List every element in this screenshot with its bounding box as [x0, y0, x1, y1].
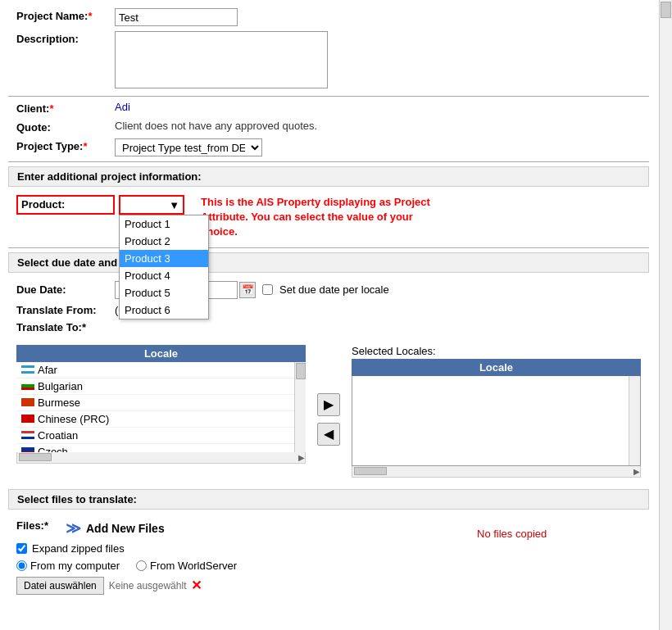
due-date-label: Due Date:	[16, 283, 115, 296]
files-left: Files:* ≫ Add New Files Expand zipped fi…	[16, 519, 469, 595]
product-section: Product: ▼ Product 1 Product 2 Product 3…	[8, 192, 649, 243]
project-type-select[interactable]: Project Type test_from DE	[115, 138, 262, 156]
product-dropdown-button[interactable]: ▼	[119, 195, 184, 215]
project-name-field-area	[115, 8, 641, 26]
from-worldserver-option: From WorldServer	[136, 560, 237, 572]
client-label: Client:*	[16, 101, 115, 115]
client-value-area: Adi	[115, 101, 641, 113]
from-computer-option: From my computer	[16, 560, 120, 572]
product-option-6[interactable]: Product 6	[120, 301, 208, 319]
product-option-3[interactable]: Product 3	[120, 250, 208, 267]
locale-col-header: Locale	[16, 345, 306, 362]
project-name-input[interactable]	[115, 8, 238, 26]
description-label: Description:	[16, 31, 115, 45]
translate-from-row: Translate From: (Germany)	[16, 304, 641, 316]
translate-to-row: Translate To:*	[16, 321, 641, 333]
page-container: Project Name:* Description: Client:* Adi	[0, 0, 672, 630]
description-textarea[interactable]	[115, 31, 328, 88]
project-type-field-area: Project Type test_from DE	[115, 138, 641, 156]
main-content: Project Name:* Description: Client:* Adi	[0, 8, 657, 600]
selected-locale-col-header: Locale	[352, 359, 641, 376]
selected-locales-wrapper: Selected Locales: Locale ▶	[352, 345, 641, 478]
no-file-text: Keine ausgewählt	[109, 580, 187, 591]
add-files-button[interactable]: ≫ Add New Files	[66, 519, 165, 537]
files-label-text: Files:*	[16, 519, 66, 532]
selected-locales-body	[352, 376, 641, 466]
divider-3	[8, 247, 649, 248]
from-computer-label: From my computer	[30, 560, 120, 572]
client-row: Client:* Adi	[8, 101, 649, 115]
divider-2	[8, 161, 649, 162]
expand-zip-label: Expand zipped files	[32, 542, 125, 555]
add-files-label: Add New Files	[86, 522, 165, 535]
locale-section-header: Select due date and locales:	[8, 252, 649, 273]
calendar-icon[interactable]: 📅	[239, 282, 256, 298]
selected-locales-inner	[352, 376, 629, 465]
files-right: No files copied	[477, 519, 641, 595]
from-computer-radio[interactable]	[16, 560, 27, 571]
from-worldserver-label: From WorldServer	[150, 560, 237, 572]
list-item[interactable]: Czech	[16, 444, 294, 452]
project-name-label: Project Name:*	[16, 8, 115, 22]
product-dropdown-container: ▼ Product 1 Product 2 Product 3 Product …	[119, 195, 184, 215]
due-date-row: Due Date: 📅 Set due date per locale	[16, 281, 641, 299]
locale-h-scrollbar[interactable]: ▶	[16, 452, 306, 464]
project-name-row: Project Name:*	[8, 8, 649, 26]
expand-zip-checkbox[interactable]	[16, 543, 27, 554]
files-section-container: Select files to translate: Files:* ≫ Add…	[8, 489, 649, 600]
files-label-row: Files:* ≫ Add New Files	[16, 519, 469, 537]
translate-from-label: Translate From:	[16, 304, 115, 316]
product-option-5[interactable]: Product 5	[120, 284, 208, 301]
selected-h-scrollbar[interactable]: ▶	[352, 466, 641, 478]
description-field-area	[115, 31, 641, 91]
quote-row: Quote: Client does not have any approved…	[8, 120, 649, 134]
available-locales-wrapper: Locale Afar Bulgarian Burmese	[16, 345, 306, 478]
selected-v-scrollbar[interactable]	[629, 376, 640, 465]
locale-tables-container: Locale Afar Bulgarian Burmese	[8, 345, 649, 478]
locale-table-body-inner: Afar Bulgarian Burmese Chinese (PRC) Cro	[16, 362, 294, 452]
no-files-copied-text: No files copied	[477, 528, 547, 540]
list-item[interactable]: Afar	[16, 362, 294, 378]
divider-1	[8, 96, 649, 97]
locale-table-body-scroll: Afar Bulgarian Burmese Chinese (PRC) Cro	[16, 362, 306, 452]
files-options: Expand zipped files From my computer Fro…	[16, 542, 469, 595]
product-option-1[interactable]: Product 1	[120, 215, 208, 233]
dropdown-arrow: ▼	[169, 199, 179, 211]
product-dropdown-list: Product 1 Product 2 Product 3 Product 4 …	[119, 215, 209, 320]
additional-section-header: Enter additional project information:	[8, 166, 649, 187]
files-section-header: Select files to translate:	[8, 489, 649, 510]
client-link[interactable]: Adi	[115, 101, 130, 113]
from-worldserver-radio[interactable]	[136, 560, 147, 571]
transfer-right-button[interactable]: ▶	[317, 393, 340, 416]
list-item[interactable]: Bulgarian	[16, 378, 294, 395]
list-item[interactable]: Burmese	[16, 395, 294, 411]
quote-label: Quote:	[16, 120, 115, 134]
project-name-label-text: Project Name:	[16, 10, 88, 22]
quote-value-area: Client does not have any approved quotes…	[115, 120, 641, 132]
product-option-4[interactable]: Product 4	[120, 267, 208, 284]
list-item[interactable]: Chinese (PRC)	[16, 411, 294, 428]
description-row: Description:	[8, 31, 649, 91]
delete-icon[interactable]: ✕	[191, 578, 202, 593]
list-item[interactable]: Croatian	[16, 428, 294, 444]
locale-table-head: Locale	[16, 345, 306, 362]
locale-section: Due Date: 📅 Set due date per locale Tran…	[8, 278, 649, 342]
file-upload-button[interactable]: Datei auswählen	[16, 577, 104, 595]
radio-row: From my computer From WorldServer	[16, 560, 469, 572]
project-type-label: Project Type:*	[16, 138, 115, 152]
expand-zip-row: Expand zipped files	[16, 542, 469, 555]
set-due-date-label: Set due date per locale	[279, 283, 389, 296]
transfer-buttons: ▶ ◀	[314, 361, 343, 478]
transfer-left-button[interactable]: ◀	[317, 423, 340, 446]
project-type-row: Project Type:* Project Type test_from DE	[8, 138, 649, 156]
product-option-2[interactable]: Product 2	[120, 233, 208, 250]
file-upload-row: Datei auswählen Keine ausgewählt ✕	[16, 577, 469, 595]
product-label: Product:	[16, 195, 115, 215]
product-row: Product: ▼ Product 1 Product 2 Product 3…	[16, 195, 641, 240]
locale-v-scrollbar[interactable]	[294, 362, 306, 452]
translate-to-label: Translate To:*	[16, 321, 115, 333]
page-scrollbar[interactable]	[659, 0, 672, 630]
set-due-date-checkbox[interactable]	[262, 284, 273, 295]
files-section-body: Files:* ≫ Add New Files Expand zipped fi…	[8, 514, 649, 600]
files-main-area: Files:* ≫ Add New Files Expand zipped fi…	[16, 519, 641, 595]
